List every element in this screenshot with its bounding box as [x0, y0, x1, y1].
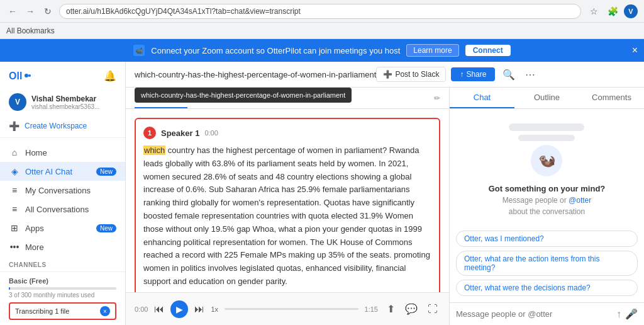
header-actions: ➕ Post to Slack ↑ Share 🔍 ⋯ — [376, 67, 538, 82]
post-to-slack-button[interactable]: ➕ Post to Slack — [376, 67, 446, 82]
sidebar-item-label: More — [25, 242, 44, 252]
quick-msg-3[interactable]: Otter, what were the decisions made? — [456, 280, 638, 296]
back-button[interactable]: ← — [6, 5, 19, 18]
chat-bubble-1 — [509, 123, 584, 131]
sidebar-item-more[interactable]: ••• More — [0, 237, 125, 256]
chat-input[interactable] — [456, 309, 613, 319]
search-button[interactable]: 🔍 — [500, 67, 518, 82]
highlighted-word: which — [143, 145, 165, 155]
tab-outline[interactable]: Outline — [514, 88, 579, 108]
otter-ai-chat-icon: ◈ — [9, 166, 20, 176]
plan-label: Basic (Free) — [9, 277, 116, 285]
sidebar-item-apps[interactable]: ⊞ Apps New — [0, 219, 125, 237]
transcribing-close-button[interactable]: × — [100, 306, 110, 316]
send-button[interactable]: ↑ — [616, 309, 621, 320]
user-email: vishal.shembekar5363... — [31, 103, 99, 110]
quick-msg-1[interactable]: Otter, was I mentioned? — [456, 231, 638, 247]
otter-logo-icon: Oll — [9, 69, 31, 82]
tab-chat[interactable]: Chat — [450, 88, 514, 108]
create-workspace-button[interactable]: ➕ Create Workspace — [0, 117, 125, 135]
sidebar-item-my-conversations[interactable]: ≡ My Conversations — [0, 181, 125, 200]
otter-avatar-big: 🦦 — [531, 145, 562, 176]
create-workspace-icon: ➕ — [9, 121, 19, 131]
speaker-time: 0:00 — [204, 129, 218, 137]
play-button[interactable]: ▶ — [170, 300, 188, 318]
connect-button[interactable]: Connect — [465, 45, 511, 56]
user-profile: V Vishal Shembekar vishal.shembekar5363.… — [0, 89, 125, 117]
sidebar-logo-area: Oll 🔔 — [0, 62, 125, 89]
learn-more-button[interactable]: Learn more — [406, 44, 458, 57]
share-icon: ↑ — [460, 70, 464, 79]
avatar: V — [624, 4, 638, 18]
refresh-button[interactable]: ↻ — [42, 5, 54, 18]
expand-audio-button[interactable]: ⛶ — [425, 302, 440, 316]
chat-panel: Chat Outline Comments 🦦 Got something on… — [449, 88, 644, 325]
forward-button-audio[interactable]: ⏭ — [194, 304, 204, 315]
otter-mention: @otter — [569, 196, 591, 205]
sidebar-nav: ⌂ Home ◈ Otter AI Chat New ≡ My Conversa… — [0, 140, 125, 271]
chat-audio-button[interactable]: 💬 — [402, 302, 420, 316]
chat-body: 🦦 Got something on your mind? Message pe… — [450, 109, 644, 231]
speaker-header: 1 Speaker 1 0:00 — [143, 127, 431, 139]
url-bar[interactable]: otter.ai/u/h1BkAd6kcQgUYjD4QtA34sA1xTl?t… — [59, 4, 581, 19]
title-tooltip-area: which-country-has-the-highest-percentage… — [135, 70, 376, 79]
tab-comments[interactable]: Comments — [579, 88, 644, 108]
forward-button[interactable]: → — [24, 5, 36, 18]
quick-msg-2[interactable]: Otter, what are the action items from th… — [456, 251, 638, 276]
notification-banner: 📹 Connect your Zoom account so OtterPilo… — [0, 39, 644, 62]
sidebar-item-label: Home — [25, 148, 47, 157]
new-badge: New — [96, 168, 116, 176]
apps-new-badge: New — [96, 224, 116, 232]
minutes-progress-fill — [9, 287, 10, 290]
title-tooltip: which-country-has-the-highest-percentage… — [135, 88, 352, 103]
post-slack-label: Post to Slack — [395, 70, 439, 79]
banner-close-button[interactable]: × — [632, 45, 638, 56]
share-label: Share — [466, 70, 486, 79]
rewind-button[interactable]: ⏮ — [154, 304, 164, 315]
transcript-content: 1 Speaker 1 0:00 which country has the h… — [126, 109, 449, 292]
more-options-button[interactable]: ⋯ — [523, 67, 538, 82]
sidebar-divider — [0, 137, 125, 138]
end-time: 1:15 — [365, 305, 378, 313]
bookmarks-label: All Bookmarks — [6, 26, 55, 35]
sidebar-item-label: All Conversations — [25, 205, 89, 214]
bookmarks-bar: All Bookmarks — [0, 23, 644, 39]
channels-section-label: CHANNELS — [0, 256, 125, 271]
banner-text: Connect your Zoom account so OtterPilot … — [151, 46, 400, 55]
extension-button[interactable]: 🧩 — [605, 4, 620, 19]
chat-placeholder-title: Got something on your mind? — [489, 184, 606, 193]
sidebar: Oll 🔔 V Vishal Shembekar vishal.shembeka… — [0, 62, 126, 325]
browser-bar: ← → ↻ otter.ai/u/h1BkAd6kcQgUYjD4QtA34sA… — [0, 0, 644, 23]
main-header: which-country-has-the-highest-percentage… — [126, 62, 644, 88]
slack-icon: ➕ — [383, 70, 392, 79]
svg-text:Oll: Oll — [9, 71, 22, 81]
bookmark-star-button[interactable]: ☆ — [586, 4, 601, 19]
transcript-text: which country has the highest percentage… — [143, 144, 431, 288]
sidebar-item-label: Otter AI Chat — [25, 167, 72, 176]
sidebar-item-label: Apps — [25, 224, 44, 233]
speaker-number: 1 — [143, 127, 156, 139]
notification-bell-button[interactable]: 🔔 — [104, 70, 116, 82]
svg-point-2 — [28, 74, 31, 77]
apps-icon: ⊞ — [9, 223, 20, 233]
voice-button[interactable]: 🎤 — [625, 308, 638, 320]
sidebar-item-all-conversations[interactable]: ≡ All Conversations — [0, 200, 125, 219]
chat-placeholder: 🦦 Got something on your mind? Message pe… — [489, 123, 606, 216]
edit-icon-button[interactable]: ✏ — [434, 88, 440, 108]
audio-action-icons: ⬆ 💬 ⛶ — [384, 302, 440, 316]
user-name: Vishal Shembekar — [31, 94, 99, 103]
audio-progress-bar[interactable] — [225, 308, 358, 310]
minutes-progress-bar — [9, 287, 116, 290]
main-content: which-country-has-the-highest-percentage… — [126, 62, 644, 325]
transcribing-text: Transcribing 1 file — [15, 307, 96, 315]
sidebar-item-otter-ai-chat[interactable]: ◈ Otter AI Chat New — [0, 162, 125, 181]
more-icon: ••• — [9, 242, 20, 252]
quick-messages: Otter, was I mentioned? Otter, what are … — [450, 231, 644, 302]
share-button[interactable]: ↑ Share — [451, 67, 495, 81]
speed-label: 1x — [211, 305, 218, 313]
app-container: Oll 🔔 V Vishal Shembekar vishal.shembeka… — [0, 62, 644, 325]
chat-bubble-2 — [518, 135, 575, 141]
share-audio-button[interactable]: ⬆ — [384, 302, 397, 316]
transcript-panel: Summary ✏ 1 Speaker 1 0:00 which country… — [126, 88, 449, 325]
sidebar-item-home[interactable]: ⌂ Home — [0, 143, 125, 162]
